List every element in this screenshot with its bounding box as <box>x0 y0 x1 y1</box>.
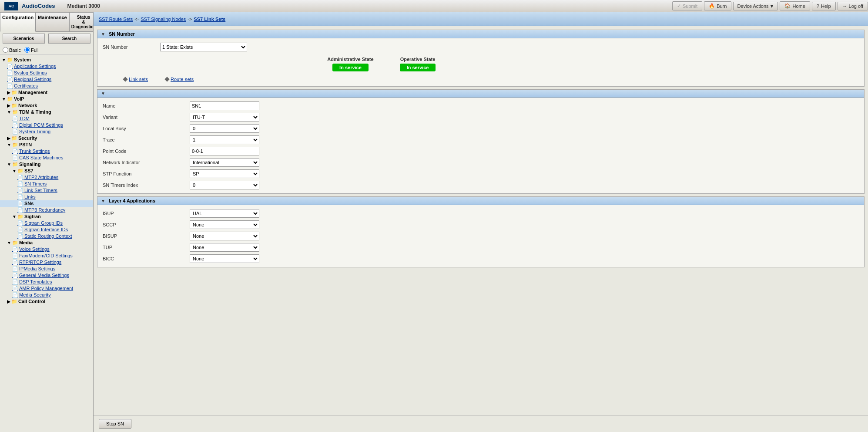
field-input-point-code[interactable] <box>190 147 259 155</box>
sidebar-item-link-set-timers[interactable]: 📄Link Set Timers <box>0 187 93 194</box>
sidebar-item-media[interactable]: ▼📁Media <box>0 240 93 246</box>
sidebar-item-cas-state-machines[interactable]: 📄CAS State Machines <box>0 155 93 161</box>
sidebar-item-trunk-settings[interactable]: 📄Trunk Settings <box>0 148 93 155</box>
field-select-tup[interactable]: NoneUAL <box>190 243 259 252</box>
sidebar-item-mtp3-redundancy[interactable]: 📄MTP3 Redundancy <box>0 207 93 213</box>
tab-configuration[interactable]: Configuration <box>0 12 36 32</box>
layer4-header[interactable]: ▼ Layer 4 Applications <box>97 197 864 205</box>
field-input-name[interactable] <box>190 101 259 110</box>
breadcrumb-ss7-signaling-nodes[interactable]: SS7 Signaling Nodes <box>141 17 186 22</box>
sidebar-item-call-control[interactable]: ▶📁Call Control <box>0 298 93 305</box>
sidebar-item-amr-policy-management[interactable]: 📄AMR Policy Management <box>0 285 93 292</box>
sidebar-item-network[interactable]: ▶📁Network <box>0 102 93 109</box>
sidebar-item-sigtran-interface-ids[interactable]: 📄Sigtran Interface IDs <box>0 226 93 233</box>
sidebar-item-general-media-settings[interactable]: 📄General Media Settings <box>0 272 93 279</box>
tree-label: SS7 <box>24 168 34 173</box>
sidebar-item-system-timing[interactable]: 📄System Timing <box>0 128 93 135</box>
sidebar-item-voip[interactable]: ▼📁VoIP <box>0 96 93 102</box>
sidebar-item-application-settings[interactable]: 📄Application Settings <box>0 63 93 70</box>
route-sets-nav-btn[interactable]: Route-sets <box>165 77 194 82</box>
field-select-bicc[interactable]: NoneUAL <box>190 254 259 263</box>
stop-sn-button[interactable]: Stop SN <box>99 419 131 429</box>
sidebar-item-mtp2-attributes[interactable]: 📄MTP2 Attributes <box>0 174 93 181</box>
toolbar-buttons: ✓ Submit 🔥 Burn Device Actions ▼ 🏠 Home … <box>672 1 868 10</box>
link-sets-nav-btn[interactable]: Link-sets <box>124 77 148 82</box>
sidebar-item-ipmedia-settings[interactable]: 📄IPMedia Settings <box>0 266 93 272</box>
logoff-button[interactable]: → Log off <box>838 2 868 10</box>
sidebar-item-dsp-templates[interactable]: 📄DSP Templates <box>0 279 93 285</box>
tree-label: Security <box>18 135 37 141</box>
home-button[interactable]: 🏠 Home <box>780 1 810 10</box>
folder-icon: 📁 <box>11 299 17 304</box>
tree-label: Media Security <box>19 292 51 297</box>
folder-icon: 📁 <box>12 109 18 115</box>
sidebar-item-rtp/rtcp-settings[interactable]: 📄RTP/RTCP Settings <box>0 259 93 266</box>
sidebar-item-syslog-settings[interactable]: 📄Syslog Settings <box>0 70 93 76</box>
sidebar-item-signaling[interactable]: ▼📁Signaling <box>0 161 93 168</box>
form-row-isup: ISUPUALNone <box>97 208 864 219</box>
sidebar-item-links[interactable]: 📄Links <box>0 194 93 200</box>
field-select-network-indicator[interactable]: InternationalNational <box>190 158 259 167</box>
field-select-isup[interactable]: UALNone <box>190 209 259 218</box>
sidebar-item-fax/modem/cid-settings[interactable]: 📄Fax/Modem/CID Settings <box>0 253 93 259</box>
device-actions-button[interactable]: Device Actions ▼ <box>733 2 778 10</box>
form-row-network-indicator: Network IndicatorInternationalNational <box>97 157 864 168</box>
field-select-variant[interactable]: ITU-TANSI <box>190 113 259 122</box>
sidebar-item-regional-settings[interactable]: 📄Regional Settings <box>0 76 93 83</box>
operative-state-label: Operative State <box>400 57 436 62</box>
breadcrumb-ss7-route-sets[interactable]: SS7 Route Sets <box>99 17 133 22</box>
sidebar-item-sns[interactable]: 📄SNs <box>0 200 93 207</box>
burn-button[interactable]: 🔥 Burn <box>704 1 731 10</box>
form-row-local-busy: Local Busy01 <box>97 123 864 134</box>
sn-number-header[interactable]: ▼ SN Number <box>97 30 864 38</box>
sidebar-item-ss7[interactable]: ▼📁SS7 <box>0 168 93 174</box>
sidebar-item-tdm[interactable]: 📄TDM <box>0 115 93 122</box>
field-select-trace[interactable]: 01 <box>190 135 259 144</box>
basic-radio[interactable]: Basic <box>3 47 21 53</box>
page-icon: 📄 <box>12 148 18 154</box>
field-select-stp-function[interactable]: SPSTP <box>190 169 259 178</box>
submit-button[interactable]: ✓ Submit <box>672 1 702 10</box>
sidebar-item-security[interactable]: ▶📁Security <box>0 135 93 142</box>
breadcrumb-ss7-link-sets[interactable]: SS7 Link Sets <box>194 17 225 22</box>
page-icon: 📄 <box>17 233 23 239</box>
help-button[interactable]: ? Help <box>812 2 836 10</box>
tree-label: Sigtran Interface IDs <box>24 227 68 232</box>
sidebar-item-sn-timers[interactable]: 📄SN Timers <box>0 181 93 187</box>
collapse-icon-2: ▼ <box>101 91 105 96</box>
field-select-bisup[interactable]: NoneUAL <box>190 232 259 240</box>
sidebar-item-digital-pcm-settings[interactable]: 📄Digital PCM Settings <box>0 122 93 128</box>
field-label-local-busy: Local Busy <box>103 126 190 131</box>
field-select-sn-timers-index[interactable]: 012 <box>190 181 259 189</box>
tab-maintenance[interactable]: Maintenance <box>36 12 69 32</box>
scenarios-button[interactable]: Scenarios <box>3 34 45 44</box>
tree-label: System Timing <box>19 129 50 134</box>
sidebar-item-tdm-&-timing[interactable]: ▼📁TDM & Timing <box>0 109 93 115</box>
field-select-sccp[interactable]: NoneUAL <box>190 220 259 229</box>
main-fields-header[interactable]: ▼ <box>97 90 864 98</box>
sidebar-item-management[interactable]: ▶📁Management <box>0 89 93 96</box>
full-radio[interactable]: Full <box>24 47 39 53</box>
form-row-sn-timers-index: SN Timers Index012 <box>97 179 864 191</box>
sn-number-select[interactable]: 1 State: Exists <box>160 43 247 51</box>
sidebar-item-static-routing-context[interactable]: 📄Static Routing Context <box>0 233 93 240</box>
main-fields-section: ▼ NameVariantITU-TANSILocal Busy01Trace0… <box>97 89 865 194</box>
expander-icon: ▶ <box>7 299 10 304</box>
field-select-local-busy[interactable]: 01 <box>190 124 259 133</box>
tree-label: Link Set Timers <box>24 188 57 193</box>
page-icon: 📄 <box>12 279 18 284</box>
sidebar-item-media-security[interactable]: 📄Media Security <box>0 292 93 298</box>
sidebar-item-certificates[interactable]: 📄Certificates <box>0 83 93 89</box>
sidebar-item-system[interactable]: ▼📁System <box>0 57 93 63</box>
sn-number-content: SN Number 1 State: Exists Administrative… <box>97 38 864 86</box>
sidebar-item-sigtran-group-ids[interactable]: 📄Sigtran Group IDs <box>0 220 93 226</box>
sidebar-item-voice-settings[interactable]: 📄Voice Settings <box>0 246 93 253</box>
page-icon: 📄 <box>7 77 13 82</box>
sidebar-item-pstn[interactable]: ▼📁PSTN <box>0 142 93 148</box>
tab-status-diagnostics[interactable]: Status& Diagnostics <box>69 12 94 32</box>
logo-text: AudioCodes <box>22 3 55 9</box>
sidebar-item-sigtran[interactable]: ▼📁Sigtran <box>0 213 93 220</box>
field-label-bisup: BISUP <box>103 233 190 239</box>
search-button[interactable]: Search <box>48 34 90 44</box>
form-row-bisup: BISUPNoneUAL <box>97 230 864 242</box>
